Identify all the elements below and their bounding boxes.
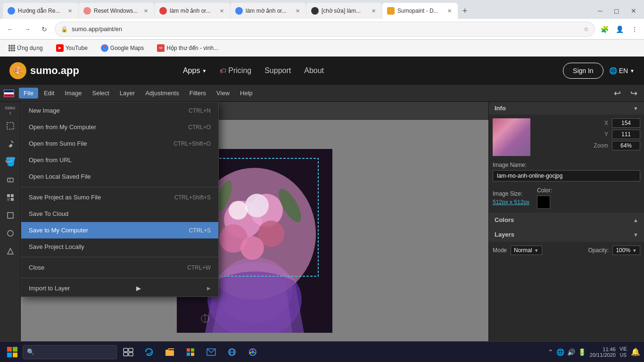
tab-4-close[interactable]: ✕ <box>294 7 301 15</box>
tab-3-close[interactable]: ✕ <box>218 7 225 15</box>
taskbar-store[interactable] <box>181 344 200 361</box>
tool-shape-rect[interactable] <box>2 207 18 223</box>
undo-button[interactable]: ↩ <box>611 87 624 99</box>
main-area: Select 🪣 <box>0 102 644 362</box>
colors-panel-header[interactable]: Colors ▲ <box>489 213 644 227</box>
taskbar-chrome[interactable] <box>243 344 262 361</box>
tab-3[interactable]: làm mờ ảnh or... ✕ <box>155 3 230 19</box>
menu-open-local[interactable]: Open Local Saved File <box>21 168 218 185</box>
tool-eyedropper[interactable] <box>2 136 18 152</box>
nav-support[interactable]: Support <box>264 66 291 75</box>
new-tab-button[interactable]: + <box>458 4 471 17</box>
menu-save-cloud[interactable]: Save To Cloud <box>21 206 218 222</box>
color-swatch[interactable] <box>537 196 550 209</box>
menu-layer[interactable]: Layer <box>115 88 140 99</box>
menu-open-computer[interactable]: Open from My Computer CTRL+O <box>21 119 218 135</box>
taskbar-file-explorer[interactable] <box>160 344 179 361</box>
tool-pattern[interactable] <box>2 189 18 206</box>
svg-rect-28 <box>124 348 128 352</box>
menu-filters[interactable]: Filters <box>185 88 211 99</box>
taskbar-edge[interactable] <box>140 344 158 361</box>
logo-text: sumo.app <box>30 65 79 77</box>
back-button[interactable]: ← <box>4 23 17 36</box>
taskbar-task-view[interactable] <box>119 344 138 361</box>
tool-shape-triangle[interactable] <box>2 243 18 259</box>
forward-button[interactable]: → <box>21 23 34 36</box>
tab-6-active[interactable]: Sumopaint - D... ✕ <box>382 3 458 19</box>
nav-apps[interactable]: Apps ▼ <box>183 66 206 75</box>
star-icon[interactable]: ☆ <box>584 26 589 33</box>
nav-about[interactable]: About <box>304 66 324 75</box>
menu-close[interactable]: Close CTRL+W <box>21 259 218 276</box>
image-name-input[interactable] <box>493 170 640 181</box>
redo-button[interactable]: ↪ <box>627 87 640 99</box>
clock-date[interactable]: 11:46 20/11/2020 <box>590 346 616 358</box>
minimize-button[interactable]: ─ <box>595 6 605 16</box>
network-icon[interactable]: 🌐 <box>556 348 564 356</box>
sumo-logo[interactable]: 🎨 sumo.app <box>9 62 79 79</box>
menu-save-computer[interactable]: Save to My Computer CTRL+S <box>21 222 218 239</box>
tab-4[interactable]: làm mờ ảnh or... ✕ <box>231 3 306 19</box>
menu-open-sumo[interactable]: Open from Sumo File CTRL+Shift+O <box>21 135 218 152</box>
tab-2-close[interactable]: ✕ <box>142 7 149 15</box>
battery-icon[interactable]: 🔋 <box>578 348 586 356</box>
bookmark-maps[interactable]: 📍 Google Maps <box>98 43 147 53</box>
y-value-input[interactable] <box>612 130 640 139</box>
restore-button[interactable]: ◻ <box>611 6 622 16</box>
url-box[interactable]: 🔒 sumo.app/paint/en ☆ <box>55 22 595 37</box>
taskbar-search[interactable]: 🔍 <box>23 345 117 359</box>
layers-panel-header[interactable]: Layers ▼ <box>489 227 644 242</box>
bookmark-apps[interactable]: Ứng dụng <box>6 44 46 52</box>
taskbar-apps <box>119 344 262 361</box>
mode-select[interactable]: Normal ▼ <box>511 246 542 255</box>
size-value[interactable]: 512px x 512px <box>493 199 529 206</box>
zoom-value-input[interactable] <box>612 141 640 150</box>
menu-adjustments[interactable]: Adjustments <box>140 88 184 99</box>
tab-1[interactable]: Hướng dẫn Re... ✕ <box>3 3 78 19</box>
start-button[interactable] <box>4 344 21 361</box>
x-value-input[interactable] <box>612 118 640 128</box>
menu-import-layer[interactable]: Import to Layer ▶ <box>21 280 218 296</box>
menu-help[interactable]: Help <box>235 88 257 99</box>
tab-5-close[interactable]: ✕ <box>370 7 377 15</box>
lang-label: EN <box>619 67 628 74</box>
tool-eraser[interactable] <box>2 172 18 188</box>
opacity-select[interactable]: 100% ▼ <box>612 246 640 255</box>
browser-menu-icon[interactable]: ⋮ <box>629 24 640 35</box>
tab-6-close[interactable]: ✕ <box>446 7 453 15</box>
menu-save-locally[interactable]: Save Project Locally <box>21 239 218 255</box>
tray-up-arrow-icon[interactable]: ⌃ <box>548 348 553 356</box>
tool-shape-ellipse[interactable] <box>2 225 18 241</box>
open-sumo-label: Open from Sumo File <box>29 140 87 147</box>
menu-new-image[interactable]: New Image CTRL+N <box>21 102 218 119</box>
tab-2[interactable]: Reset Windows... ✕ <box>79 3 154 19</box>
menu-image[interactable]: Image <box>60 88 86 99</box>
menu-open-url[interactable]: Open from URL <box>21 152 218 168</box>
refresh-button[interactable]: ↻ <box>38 23 51 36</box>
tab-1-close[interactable]: ✕ <box>66 7 74 15</box>
menu-save-sumo[interactable]: Save Project as Sumo File CTRL+Shift+S <box>21 189 218 206</box>
bookmark-youtube[interactable]: ▶ YouTube <box>53 43 91 53</box>
svg-rect-3 <box>8 178 13 182</box>
menu-view[interactable]: View <box>212 88 234 99</box>
bookmark-gmail[interactable]: M Hộp thư đến - vinh... <box>154 43 221 53</box>
layers-label: Layers <box>495 231 514 238</box>
notification-icon[interactable]: 🔔 <box>631 347 640 356</box>
lang-button[interactable]: 🌐 EN ▼ <box>609 67 635 74</box>
signin-button[interactable]: Sign In <box>563 63 603 79</box>
info-panel-header[interactable]: Info ▼ <box>489 102 644 115</box>
tool-fill[interactable]: 🪣 <box>2 154 18 170</box>
menu-edit[interactable]: Edit <box>39 88 59 99</box>
tab-3-title: làm mờ ảnh or... <box>170 8 215 14</box>
extensions-icon[interactable]: 🧩 <box>599 24 610 35</box>
taskbar-ie[interactable] <box>223 344 241 361</box>
volume-icon[interactable]: 🔊 <box>567 348 575 356</box>
menu-select[interactable]: Select <box>88 88 114 99</box>
taskbar-mail[interactable] <box>202 344 221 361</box>
tool-marquee[interactable] <box>2 118 18 134</box>
tab-5[interactable]: [chờ sửa] làm... ✕ <box>306 3 382 19</box>
profile-icon[interactable]: 👤 <box>614 24 625 35</box>
nav-pricing[interactable]: 🏷 Pricing <box>220 66 251 75</box>
close-window-button[interactable]: ✕ <box>628 6 639 16</box>
menu-file[interactable]: File <box>19 88 38 99</box>
